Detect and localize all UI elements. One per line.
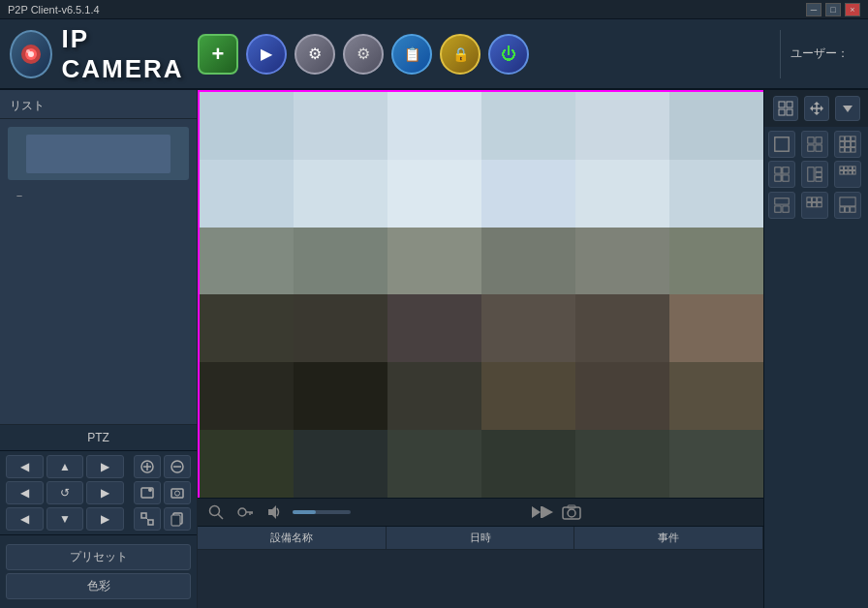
svg-point-12 — [175, 491, 180, 496]
layout-4x4-button[interactable] — [834, 161, 861, 188]
ptz-down-button[interactable]: ▼ — [46, 507, 84, 531]
power-button[interactable]: ⏻ — [488, 34, 529, 75]
layout-3x3-button[interactable] — [834, 131, 861, 158]
svg-rect-69 — [852, 167, 855, 170]
ptz-snapshot-button[interactable] — [164, 481, 191, 504]
layout-options-2 — [764, 192, 868, 223]
key-icon[interactable] — [234, 502, 256, 523]
svg-rect-44 — [808, 137, 814, 143]
pixel-5-5 — [575, 362, 669, 430]
pixel-5-3 — [388, 362, 481, 430]
layout-2x3-button[interactable] — [801, 161, 828, 188]
main-layout: リスト － PTZ ◀ ▲ ▶ — [0, 90, 868, 608]
right-panel-top — [764, 90, 868, 127]
play-button[interactable]: ▶ — [246, 34, 287, 75]
move-view-button[interactable] — [804, 96, 829, 121]
ptz-up-button[interactable]: ▲ — [46, 455, 84, 478]
svg-marker-40 — [810, 106, 813, 111]
feed-row-5 — [200, 362, 763, 430]
pixel-5-4 — [481, 362, 575, 430]
sidebar-camera-item-1[interactable] — [8, 127, 189, 180]
pixel-4-4 — [481, 294, 575, 362]
feed-row-4 — [200, 294, 763, 362]
layout-alt2-button[interactable] — [801, 192, 828, 219]
preset-button[interactable]: プリセット — [6, 544, 191, 570]
sidebar: リスト － PTZ ◀ ▲ ▶ — [0, 90, 198, 608]
pixel-2-3 — [388, 160, 481, 228]
svg-rect-43 — [775, 137, 789, 151]
camera-view[interactable] — [198, 90, 763, 498]
svg-rect-58 — [783, 167, 789, 173]
ptz-right3-button[interactable]: ▶ — [86, 507, 124, 531]
ptz-left-button[interactable]: ◀ — [6, 455, 44, 478]
svg-rect-72 — [849, 170, 852, 174]
scroll-down-button[interactable] — [835, 96, 860, 121]
svg-marker-41 — [821, 106, 823, 111]
feed-row-6 — [200, 430, 763, 498]
svg-rect-59 — [775, 175, 781, 181]
ptz-expand-button[interactable] — [134, 507, 161, 531]
logo-icon — [10, 30, 52, 78]
camera-logo-svg — [16, 40, 46, 69]
volume-slider[interactable] — [293, 510, 351, 514]
ptz-record-button[interactable] — [134, 481, 161, 504]
lock-button[interactable]: 🔒 — [440, 34, 480, 75]
svg-rect-76 — [783, 206, 789, 212]
ptz-left3-button[interactable]: ◀ — [6, 507, 44, 531]
layout-alt3-button[interactable] — [834, 192, 861, 219]
svg-line-15 — [146, 518, 148, 520]
pixel-6-1 — [200, 430, 294, 498]
pixel-2-2 — [294, 160, 388, 228]
pixel-1-2 — [294, 92, 388, 160]
ptz-right-button[interactable]: ▶ — [86, 455, 124, 478]
ptz-center-button[interactable]: ↺ — [46, 481, 84, 504]
ptz-copy-button[interactable] — [164, 507, 191, 531]
svg-rect-57 — [775, 167, 781, 173]
pixel-3-5 — [575, 228, 669, 295]
settings-button[interactable]: ⚙ — [294, 34, 335, 75]
bottom-toolbar — [198, 498, 763, 527]
svg-marker-39 — [814, 112, 820, 115]
svg-rect-66 — [840, 167, 844, 170]
pixel-6-3 — [388, 430, 481, 498]
ptz-left2-button[interactable]: ◀ — [6, 481, 44, 504]
title-bar: P2P Client-v6.5.1.4 ─ □ × — [0, 0, 868, 19]
svg-rect-74 — [775, 198, 789, 204]
layout-1x1-button[interactable] — [768, 131, 795, 158]
close-button[interactable]: × — [845, 3, 860, 16]
add-button[interactable]: + — [198, 34, 238, 75]
volume-icon[interactable] — [264, 502, 285, 523]
ptz-row-3: ◀ ▼ ▶ — [6, 507, 191, 531]
svg-rect-55 — [845, 148, 850, 153]
snapshot-icon[interactable] — [561, 502, 582, 523]
ptz-zoom-in-button[interactable] — [134, 455, 161, 478]
feed-row-2 — [200, 160, 763, 228]
pixel-6-4 — [481, 430, 575, 498]
minimize-button[interactable]: ─ — [806, 3, 822, 16]
grid-view-button[interactable] — [773, 96, 798, 121]
forward-icon[interactable] — [532, 502, 553, 523]
svg-rect-64 — [816, 172, 822, 177]
svg-point-20 — [238, 508, 246, 516]
layout-2x2-button[interactable] — [801, 131, 828, 158]
sidebar-dash-item[interactable]: － — [4, 184, 193, 208]
svg-rect-79 — [818, 198, 822, 202]
ptz-right2-button[interactable]: ▶ — [86, 481, 124, 504]
event-log-content[interactable] — [198, 550, 763, 608]
ptz-zoom-out-button[interactable] — [164, 455, 191, 478]
pixel-1-1 — [200, 92, 294, 160]
layout-alt1-button[interactable] — [768, 192, 795, 219]
pixel-4-6 — [669, 294, 763, 362]
maximize-button[interactable]: □ — [825, 3, 841, 16]
layout-2x2b-button[interactable] — [768, 161, 795, 188]
search-icon[interactable] — [205, 502, 227, 523]
svg-rect-67 — [844, 167, 848, 170]
pixel-6-6 — [669, 430, 763, 498]
config-button[interactable]: ⚙ — [343, 34, 384, 75]
pixel-2-4 — [481, 160, 575, 228]
logo-area: IP CAMERA — [10, 24, 198, 84]
svg-point-10 — [148, 488, 152, 492]
svg-rect-34 — [779, 109, 785, 115]
document-button[interactable]: 📋 — [391, 34, 432, 75]
color-button[interactable]: 色彩 — [6, 573, 191, 599]
